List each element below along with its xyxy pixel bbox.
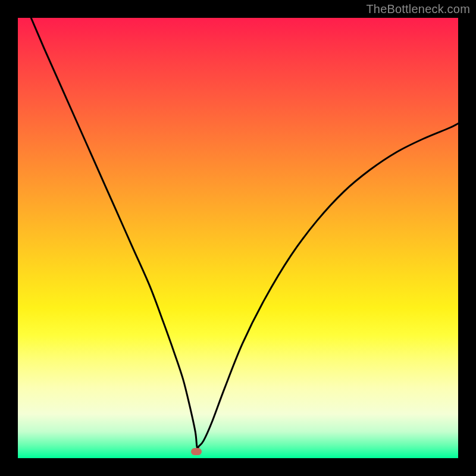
- plot-area: [18, 18, 458, 458]
- chart-frame: TheBottleneck.com: [0, 0, 476, 476]
- curve-svg: [18, 18, 458, 458]
- bottleneck-curve-path: [31, 18, 458, 448]
- watermark-text: TheBottleneck.com: [366, 2, 470, 16]
- optimal-point-marker: [191, 448, 202, 455]
